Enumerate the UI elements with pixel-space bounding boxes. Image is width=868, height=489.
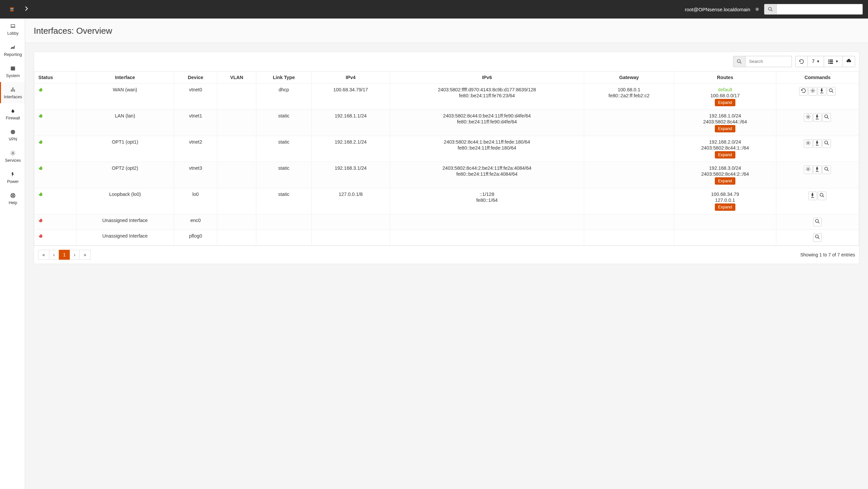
cell-commands	[776, 162, 859, 188]
cell-link-type: static	[256, 136, 311, 162]
panel-toolbar: 7▼ ▼	[34, 52, 859, 71]
export-button[interactable]	[843, 56, 855, 67]
panel-search-input[interactable]	[746, 56, 792, 67]
cmd-gear-button[interactable]	[804, 113, 812, 122]
sidebar-item-lobby[interactable]: Lobby	[0, 19, 25, 40]
column-header[interactable]: Commands	[776, 71, 859, 84]
cell-ipv6: ::1/128fe80::1/64	[390, 188, 584, 214]
cmd-gear-button[interactable]	[804, 139, 812, 148]
page-first[interactable]: «	[38, 250, 49, 260]
cell-device: lo0	[174, 188, 217, 214]
cmd-bolt-button[interactable]	[813, 139, 822, 148]
menu-toggle-icon[interactable]	[24, 6, 29, 13]
panel-search-button[interactable]	[733, 56, 746, 67]
table-row: WAN (wan)vtnet0dhcp100.68.34.79/172403:5…	[34, 83, 859, 110]
cell-routes: default100.68.0.0/17Expand	[674, 83, 776, 110]
svg-line-34	[827, 118, 829, 119]
top-search-button[interactable]	[764, 4, 777, 14]
page-last[interactable]: »	[80, 250, 91, 260]
opnsense-logo-icon[interactable]	[5, 3, 19, 16]
cell-ipv4: 192.168.2.1/24	[312, 136, 390, 162]
svg-rect-25	[828, 63, 829, 64]
cmd-bolt-button[interactable]	[818, 87, 826, 96]
svg-point-46	[815, 219, 818, 222]
cmd-bolt-button[interactable]	[813, 165, 822, 174]
cmd-search-button[interactable]	[827, 87, 836, 96]
top-bar: root@OPNsense.localdomain	[0, 0, 868, 19]
cmd-gear-button[interactable]	[808, 87, 817, 96]
cmd-bolt-button[interactable]	[813, 113, 822, 122]
interfaces-table: StatusInterfaceDeviceVLANLink TypeIPv4IP…	[34, 71, 859, 245]
cell-device: vtnet3	[174, 162, 217, 188]
cell-interface: Unassigned Interface	[76, 230, 174, 245]
route-value: 127.0.0.1	[715, 197, 735, 203]
gear-icon	[805, 140, 811, 147]
expand-button[interactable]: Expand	[715, 125, 735, 132]
sidebar-item-firewall[interactable]: Firewall	[0, 103, 25, 124]
table-row: Loopback (lo0)lo0static127.0.0.1/8::1/12…	[34, 188, 859, 214]
column-header[interactable]: Device	[174, 71, 217, 84]
interfaces-panel: 7▼ ▼ StatusInterfaceDeviceVLANLink TypeI…	[34, 52, 859, 264]
cell-link-type	[256, 214, 311, 230]
column-header[interactable]: Routes	[674, 71, 776, 84]
cmd-gear-button[interactable]	[804, 165, 812, 174]
sidebar-item-interfaces[interactable]: Interfaces	[0, 82, 25, 103]
search-icon	[824, 140, 829, 147]
cmd-bolt-button[interactable]	[808, 191, 817, 200]
plug-icon	[37, 232, 45, 241]
cell-gateway	[584, 110, 674, 136]
cell-routes	[674, 214, 776, 230]
sidebar-item-services[interactable]: Services	[0, 146, 25, 167]
columns-dropdown[interactable]: ▼	[824, 56, 843, 67]
expand-button[interactable]: Expand	[715, 99, 735, 106]
expand-button[interactable]: Expand	[715, 177, 735, 185]
sidebar-item-reporting[interactable]: Reporting	[0, 40, 25, 61]
table-row: Unassigned Interfacepflog0	[34, 230, 859, 245]
cell-commands	[776, 214, 859, 230]
cell-interface: LAN (lan)	[76, 110, 174, 136]
svg-rect-6	[11, 66, 15, 67]
svg-point-33	[825, 115, 828, 118]
plug-icon	[37, 164, 45, 173]
top-search	[764, 4, 863, 14]
user-label: root@OPNsense.localdomain	[685, 7, 750, 12]
refresh-button[interactable]	[795, 56, 808, 67]
table-row: OPT2 (opt2)vtnet3static192.168.3.1/24240…	[34, 162, 859, 188]
cmd-search-button[interactable]	[818, 191, 826, 200]
column-header[interactable]: Gateway	[584, 71, 674, 84]
cmd-search-button[interactable]	[823, 113, 831, 122]
column-header[interactable]: VLAN	[217, 71, 256, 84]
cmd-refresh-button[interactable]	[799, 87, 808, 96]
page-next[interactable]: ›	[70, 250, 80, 260]
cmd-search-button[interactable]	[813, 218, 822, 226]
column-header[interactable]: Interface	[76, 71, 174, 84]
cell-vlan	[217, 162, 256, 188]
page-prev[interactable]: ‹	[49, 250, 59, 260]
cell-interface: OPT1 (opt1)	[76, 136, 174, 162]
cmd-search-button[interactable]	[823, 165, 831, 174]
sidebar-item-help[interactable]: Help	[0, 188, 25, 209]
page-1[interactable]: 1	[59, 250, 70, 260]
column-header[interactable]: IPv4	[312, 71, 390, 84]
svg-rect-21	[828, 60, 829, 61]
sidebar-item-power[interactable]: Power	[0, 167, 25, 188]
page-size-dropdown[interactable]: 7▼	[808, 56, 824, 67]
expand-button[interactable]: Expand	[715, 151, 735, 158]
cell-ipv6	[390, 230, 584, 245]
sidebar-item-system[interactable]: System	[0, 61, 25, 82]
svg-point-35	[807, 142, 809, 144]
gear-icon	[9, 150, 17, 157]
fire-icon	[9, 107, 17, 115]
column-header[interactable]: Status	[34, 71, 76, 84]
top-search-input[interactable]	[777, 4, 863, 14]
column-header[interactable]: Link Type	[256, 71, 311, 84]
cell-link-type: static	[256, 162, 311, 188]
column-header[interactable]: IPv6	[390, 71, 584, 84]
svg-line-45	[823, 196, 824, 197]
sidebar-item-vpn[interactable]: VPN	[0, 124, 25, 146]
cmd-search-button[interactable]	[823, 139, 831, 148]
cmd-search-button[interactable]	[813, 233, 822, 242]
cloud-download-icon	[846, 59, 851, 64]
cell-interface: Loopback (lo0)	[76, 188, 174, 214]
expand-button[interactable]: Expand	[715, 204, 735, 211]
